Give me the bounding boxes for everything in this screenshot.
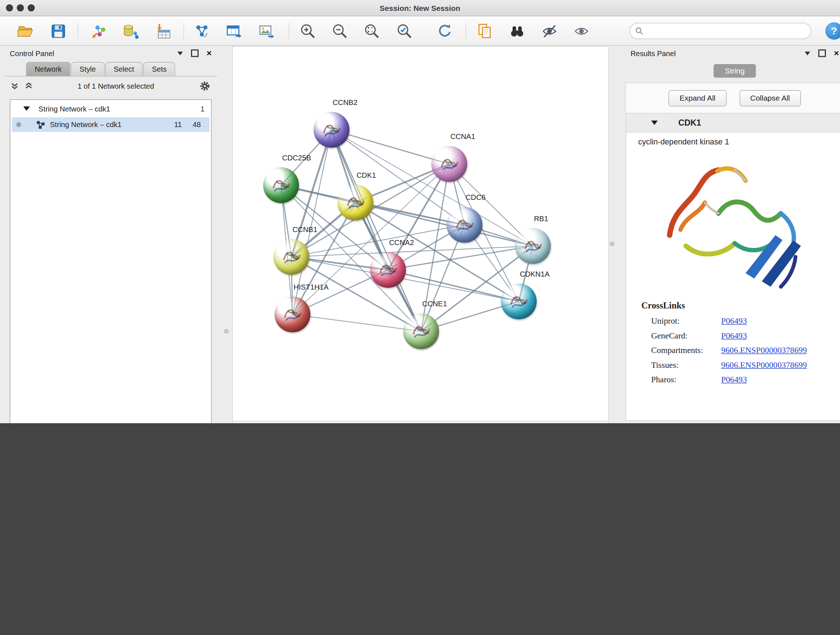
network-node-ccnb2[interactable]	[314, 112, 349, 148]
toolbar-separator	[78, 23, 79, 39]
search-network-binoculars-icon[interactable]	[508, 22, 526, 40]
crosslink-link[interactable]: P06493	[722, 316, 747, 325]
network-node-cdkn1a[interactable]	[501, 283, 537, 319]
network-options-gear-icon[interactable]	[199, 80, 211, 92]
collapse-all-button[interactable]: Collapse All	[739, 90, 801, 106]
crosslink-link[interactable]: P06493	[722, 331, 747, 340]
crosslinks-list: Uniprot:P06493GeneCard:P06493Compartment…	[626, 314, 840, 387]
tab-style[interactable]: Style	[71, 62, 104, 76]
network-node-hist1h1a[interactable]	[275, 296, 310, 333]
network-status-dot	[16, 122, 21, 127]
network-node-label: CDC25B	[282, 154, 311, 162]
import-table-icon[interactable]	[154, 22, 172, 40]
float-panel-icon[interactable]	[818, 50, 826, 57]
crosslink-row: Tissues:9606.ENSP00000378699	[626, 357, 840, 372]
network-node-label: CCNB2	[333, 98, 358, 107]
network-node-label: CDKN1A	[520, 270, 549, 279]
panel-menu-icon[interactable]	[805, 51, 810, 55]
crosslinks-heading: CrossLinks	[626, 299, 840, 314]
vertical-splitter-handle[interactable]	[610, 242, 614, 246]
network-node-label: CDK1	[357, 171, 376, 180]
refresh-icon[interactable]	[436, 22, 454, 40]
crosslink-row: Pharos:P06493	[626, 372, 840, 387]
crosslink-row: Uniprot:P06493	[626, 314, 840, 328]
panel-menu-icon[interactable]	[177, 51, 183, 55]
open-session-icon[interactable]	[16, 22, 35, 40]
network-glyph-icon	[36, 120, 45, 129]
tab-select[interactable]: Select	[105, 62, 142, 76]
zoom-out-icon[interactable]	[331, 22, 349, 40]
title-bar: Session: New Session	[0, 0, 840, 16]
new-table-icon[interactable]	[224, 22, 243, 40]
vertical-splitter-handle[interactable]	[224, 329, 229, 333]
main-toolbar: ?	[0, 16, 840, 46]
collapse-collection-icon[interactable]	[24, 106, 30, 111]
network-label: String Network – cdk1	[50, 120, 122, 129]
network-node-label: CCNA1	[450, 133, 475, 141]
close-panel-icon[interactable]: ×	[207, 50, 212, 57]
network-selection-summary: 1 of 1 Network selected	[33, 82, 199, 90]
protein-structure-image	[653, 149, 816, 299]
network-node-rb1[interactable]	[515, 228, 551, 264]
zoom-fit-icon[interactable]	[363, 22, 381, 40]
close-panel-icon[interactable]: ×	[834, 50, 839, 57]
search-input[interactable]	[646, 27, 811, 36]
network-edge-count: 48	[193, 120, 201, 129]
control-panel-tabs: Network Style Select Sets	[4, 60, 217, 77]
network-canvas[interactable]: CCNB2CCNA1CDC25BCDK1CDC6RB1CCNB1CCNA2CDK…	[233, 47, 608, 421]
application-window: Session: New Session	[0, 0, 840, 423]
network-node-cdc25b[interactable]	[264, 167, 299, 203]
crosslink-link[interactable]: 9606.ENSP00000378699	[722, 345, 807, 355]
new-network-icon[interactable]	[193, 22, 211, 40]
network-row-selected[interactable]: String Network – cdk1 11 48	[12, 117, 210, 132]
network-node-cdc6[interactable]	[447, 207, 483, 243]
crosslink-row: Compartments:9606.ENSP00000378699	[626, 343, 840, 358]
import-network-database-icon[interactable]	[121, 22, 140, 40]
help-icon[interactable]: ?	[826, 22, 840, 40]
network-node-label: CCNB1	[293, 226, 317, 234]
import-network-file-icon[interactable]	[90, 22, 108, 40]
tab-network[interactable]: Network	[26, 62, 70, 76]
protein-name: CDK1	[678, 118, 701, 128]
crosslink-link[interactable]: P06493	[722, 374, 747, 384]
crosslink-label: Uniprot:	[651, 316, 722, 325]
crosslink-label: Tissues:	[651, 360, 722, 370]
network-node-ccna2[interactable]	[370, 252, 406, 288]
results-buttons-box: Expand All Collapse All	[625, 82, 840, 114]
tab-string[interactable]: String	[714, 64, 756, 78]
save-session-icon[interactable]	[49, 22, 67, 40]
network-node-label: CCNE1	[422, 300, 447, 308]
tab-sets[interactable]: Sets	[143, 62, 175, 76]
export-image-icon[interactable]	[257, 22, 275, 40]
results-panel-title: Results Panel	[630, 49, 676, 57]
network-node-ccna1[interactable]	[431, 146, 467, 182]
network-node-label: HIST1H1A	[294, 283, 329, 291]
zoom-in-icon[interactable]	[298, 22, 317, 40]
network-node-cdk1[interactable]	[338, 185, 373, 220]
collapse-section-icon[interactable]	[651, 120, 658, 125]
network-node-label: CDC6	[466, 193, 485, 202]
zoom-selected-icon[interactable]	[395, 22, 414, 40]
protein-section-header[interactable]: CDK1	[626, 114, 840, 133]
float-panel-icon[interactable]	[191, 50, 198, 57]
crosslink-row: GeneCard:P06493	[626, 328, 840, 343]
network-node-ccne1[interactable]	[403, 314, 439, 349]
expand-all-networks-icon[interactable]	[11, 82, 19, 90]
crosslink-label: Compartments:	[651, 345, 722, 355]
toolbar-search-box	[630, 23, 812, 39]
toolbar-separator	[183, 23, 184, 39]
network-edges-layer	[233, 47, 608, 421]
crosslink-link[interactable]: 9606.ENSP00000378699	[722, 360, 807, 370]
search-icon	[636, 27, 643, 35]
network-collection-row[interactable]: String Network – cdk1 1	[11, 100, 211, 117]
show-graphics-eye-icon[interactable]	[572, 22, 591, 40]
collapse-all-networks-icon[interactable]	[25, 82, 33, 90]
clipboard-document-icon[interactable]	[475, 22, 494, 40]
expand-all-button[interactable]: Expand All	[668, 90, 726, 106]
window-title: Session: New Session	[0, 0, 840, 16]
hide-unhide-icon[interactable]	[540, 22, 559, 40]
control-panel-title: Control Panel	[10, 49, 54, 57]
toolbar-separator	[466, 23, 466, 39]
network-node-ccnb1[interactable]	[273, 239, 309, 275]
protein-description: cyclin-dependent kinase 1	[626, 133, 840, 146]
